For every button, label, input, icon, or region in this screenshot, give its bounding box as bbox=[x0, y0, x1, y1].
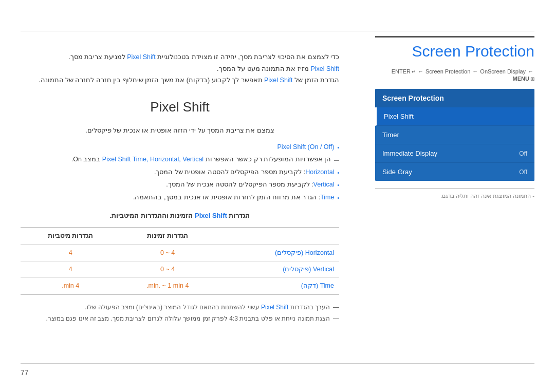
bc-sep2: ← bbox=[472, 68, 478, 74]
vertical-text: Vertical: לקביעת מספר הפיקסלים להסטה אנכ… bbox=[166, 179, 334, 191]
intro-line1: כדי לצמצם את הסיכוי לצריבת מסך, יחידה זו… bbox=[21, 51, 339, 63]
row2-optimal: 4 bbox=[21, 262, 120, 278]
row3-label: Time (דקה) bbox=[215, 278, 339, 294]
table-row-time: Time (דקה) 4 min. ~ 1 min. 4 min. bbox=[21, 278, 339, 294]
menu-item-immediate-display[interactable]: Immediate Display Off bbox=[375, 144, 534, 163]
pixel-shift-ref1: Pixel Shift bbox=[127, 53, 156, 61]
left-panel: כדי לצמצם את הסיכוי לצריבת מסך, יחידה זו… bbox=[21, 36, 339, 361]
bullet-horizontal: • Horizontal: לקביעת מספר הפיקסלים להסטה… bbox=[21, 166, 339, 178]
bullet-dot-4: • bbox=[337, 181, 339, 190]
menu-icon: ⊞ bbox=[530, 76, 534, 82]
page-number: 77 bbox=[21, 368, 29, 377]
time-text: Time: הגדר את מרווח הזמן לחזרות אופטית א… bbox=[133, 192, 334, 203]
table-header-text: הגדרות Pixel Shift הזמינות וההגדרות המיט… bbox=[21, 210, 339, 221]
bc-enter: ENTER bbox=[392, 68, 411, 74]
sub-intro: צמצם את צריבת המסך על ידי הזזה אופטית או… bbox=[21, 125, 339, 136]
pixel-shift-table-ref: Pixel Shift bbox=[195, 212, 227, 219]
bullet-time: • Time: הגדר את מרווח הזמן לחזרות אופטית… bbox=[21, 192, 339, 203]
fn2-text: הצגת תמונה נייחת או פלט בתבנית 4:3 לפרק … bbox=[46, 313, 330, 324]
bc-onscreen: OnScreen Display bbox=[480, 68, 526, 74]
menu-item-pixel-shift[interactable]: Pixel Shift bbox=[375, 107, 534, 126]
menu-item-side-gray[interactable]: Side Gray Off bbox=[375, 163, 534, 181]
row1-label: Horizontal (פיקסלים) bbox=[215, 245, 339, 261]
table-header-row: הגדרות זמינות הגדרות מיטביות bbox=[21, 227, 339, 245]
fn1-text: הערך בהגדרות Pixel Shift עשוי להשתנות בה… bbox=[85, 302, 330, 312]
row3-optimal: 4 min. bbox=[21, 278, 120, 294]
right-bottom-rule bbox=[375, 188, 534, 189]
bullet-on-off: • (On / Off) Pixel Shift bbox=[21, 141, 339, 153]
menu-item-immediate-value: Off bbox=[519, 150, 527, 157]
enter-icon: ↵ bbox=[412, 69, 416, 74]
bullet-dot-3: • bbox=[337, 169, 339, 178]
horizontal-text: Horizontal: לקביעת מספר הפיקסלים להסטה א… bbox=[154, 166, 335, 178]
bc-sep3: ← bbox=[528, 68, 533, 74]
bc-sep1: ← bbox=[418, 68, 423, 74]
table-row: Horizontal (פיקסלים) 4 ~ 0 4 bbox=[21, 245, 339, 261]
bullet-on-off-text: (On / Off) Pixel Shift bbox=[278, 141, 335, 153]
horizontal-label: Horizontal bbox=[305, 169, 334, 176]
footnote-1: — הערך בהגדרות Pixel Shift עשוי להשתנות … bbox=[21, 302, 339, 312]
row2-range: 4 ~ 0 bbox=[120, 262, 214, 278]
fn1-ps-ref: Pixel Shift bbox=[261, 304, 288, 311]
right-top-rule bbox=[375, 36, 534, 38]
bullet-dot-5: • bbox=[337, 194, 339, 203]
menu-box-header: Screen Protection bbox=[375, 89, 534, 107]
footnote-2: — הצגת תמונה נייחת או פלט בתבנית 4:3 לפר… bbox=[21, 313, 339, 324]
bullet-dot-2: — bbox=[334, 156, 339, 165]
settings-table: הגדרות זמינות הגדרות מיטביות Horizontal … bbox=[21, 227, 339, 295]
col-label bbox=[215, 227, 339, 245]
row1-range: 4 ~ 0 bbox=[120, 245, 214, 261]
intro-line2: Pixel Shift מזיז את התמונה מעט על המסך. bbox=[21, 63, 339, 75]
bullet-dot-1: • bbox=[337, 143, 339, 153]
col-range: הגדרות זמינות bbox=[120, 227, 214, 245]
on-text: On bbox=[73, 156, 82, 163]
bottom-rule bbox=[21, 363, 534, 364]
bullet-timer-text: הן אפשרויות המופעלות רק כאשר האפשרות Pix… bbox=[71, 154, 331, 165]
menu-item-timer[interactable]: Timer bbox=[375, 126, 534, 144]
bc-screen-protection: Screen Protection bbox=[425, 68, 470, 74]
bottom-note: - התמונה המוצגת אינה זהה ותליה בדגם. bbox=[375, 193, 534, 199]
page-title: Screen Protection bbox=[375, 43, 534, 60]
pixel-shift-ref2: Pixel Shift bbox=[310, 65, 339, 72]
menu-item-timer-label: Timer bbox=[382, 131, 399, 139]
col-optimal: הגדרות מיטביות bbox=[21, 227, 120, 245]
fn-dash-1: — bbox=[333, 302, 339, 312]
section-title: Pixel Shift bbox=[21, 96, 339, 118]
fn-dash-2: — bbox=[333, 313, 339, 324]
row3-range: 4 min. ~ 1 min. bbox=[120, 278, 214, 294]
row2-label: Vertical (פיקסלים) bbox=[215, 262, 339, 278]
right-panel: Screen Protection ENTER ↵ ← Screen Prote… bbox=[375, 36, 534, 199]
bullet-section: • (On / Off) Pixel Shift — הן אפשרויות ה… bbox=[21, 141, 339, 203]
menu-item-immediate-label: Immediate Display bbox=[382, 150, 437, 157]
vertical-label: Vertical bbox=[313, 181, 334, 188]
menu-item-side-gray-value: Off bbox=[519, 169, 527, 176]
intro-line3: הגדרת הזמן של Pixel Shift תאפשר לך לקבוע… bbox=[21, 74, 339, 86]
bc-menu: MENU bbox=[513, 76, 529, 82]
bullet-timer: — הן אפשרויות המופעלות רק כאשר האפשרות P… bbox=[21, 154, 339, 165]
table-row: Vertical (פיקסלים) 4 ~ 0 4 bbox=[21, 262, 339, 278]
intro-text: כדי לצמצם את הסיכוי לצריבת מסך, יחידה זו… bbox=[21, 51, 339, 86]
menu-item-pixel-shift-label: Pixel Shift bbox=[384, 113, 414, 120]
menu-box: Screen Protection Pixel Shift Timer Imme… bbox=[375, 89, 534, 181]
menu-item-side-gray-label: Side Gray bbox=[382, 168, 412, 176]
time-label: Time bbox=[320, 194, 334, 201]
footnotes: — הערך בהגדרות Pixel Shift עשוי להשתנות … bbox=[21, 302, 339, 324]
breadcrumb: ENTER ↵ ← Screen Protection ← OnScreen D… bbox=[375, 68, 534, 82]
row1-optimal: 4 bbox=[21, 245, 120, 261]
top-rule bbox=[21, 31, 534, 31]
pixel-shift-ref3: Pixel Shift bbox=[264, 77, 293, 84]
bullet-vertical: • Vertical: לקביעת מספר הפיקסלים להסטה א… bbox=[21, 179, 339, 191]
timer-items: Time, Horizontal, Vertical bbox=[133, 156, 203, 163]
pixel-shift-timer-ref: Pixel Shift bbox=[102, 156, 131, 163]
